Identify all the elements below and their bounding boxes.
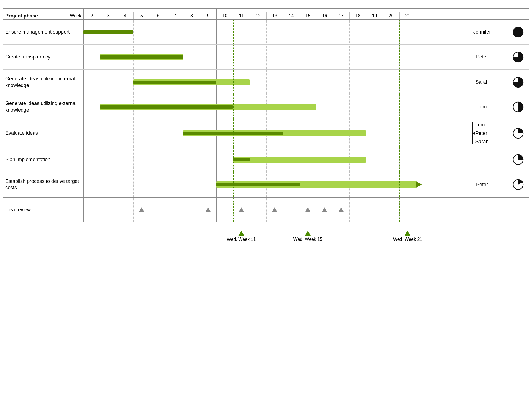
week-cell-17: 17 xyxy=(333,12,349,19)
grid-col-16 xyxy=(316,94,333,119)
grid-col-12 xyxy=(250,147,266,172)
grid-col-4 xyxy=(117,198,133,222)
week-cell-9: 9 xyxy=(200,12,216,19)
row-transparency: Create transparencyPeter xyxy=(3,45,529,70)
grid-col-8 xyxy=(183,20,200,44)
grid-col-5 xyxy=(133,119,150,147)
month-march xyxy=(216,9,283,12)
footer-triangle-21 xyxy=(404,231,411,236)
row-management-support-status xyxy=(507,20,529,44)
grid-col-10 xyxy=(216,119,233,147)
grid-col-20 xyxy=(383,198,399,222)
row-management-support-responsible: Jennifer xyxy=(457,20,507,44)
grid-col-19 xyxy=(366,20,383,44)
phase-label: Project phase xyxy=(5,13,38,19)
grid-col-12 xyxy=(250,119,266,147)
week-cells: 23456789101112131415161718192021 xyxy=(83,12,457,19)
week-cell-8: 8 xyxy=(183,12,200,19)
grid-col-18 xyxy=(349,70,366,94)
row-external-knowledge-grid xyxy=(83,94,457,119)
grid-col-8 xyxy=(183,70,200,94)
grid-col-17 xyxy=(333,45,349,69)
grid-col-5 xyxy=(133,172,150,197)
row-plan-implementation-grid xyxy=(83,147,457,172)
grid-col-11 xyxy=(233,172,250,197)
row-transparency-grid xyxy=(83,45,457,69)
grid-col-3 xyxy=(100,20,117,44)
grid-col-11 xyxy=(233,45,250,69)
row-plan-implementation-responsible xyxy=(457,147,507,172)
grid-col-10 xyxy=(216,20,233,44)
grid-col-11 xyxy=(233,147,250,172)
grid-col-10 xyxy=(216,70,233,94)
week-cell-2: 2 xyxy=(83,12,100,19)
status-header-spacer xyxy=(507,12,529,19)
row-external-knowledge: Generate ideas utilizing external knowle… xyxy=(3,94,529,119)
week-cell-14: 14 xyxy=(283,12,300,19)
week-cell-3: 3 xyxy=(100,12,117,19)
grid-col-7 xyxy=(167,94,183,119)
row-evaluate-ideas-label: Evaluate ideas xyxy=(3,119,83,147)
grid-col-2 xyxy=(83,172,100,197)
grid-col-13 xyxy=(266,147,283,172)
week-cell-15: 15 xyxy=(300,12,316,19)
grid-col-4 xyxy=(117,20,133,44)
row-plan-implementation-label: Plan implementation xyxy=(3,147,83,172)
grid-col-17 xyxy=(333,94,349,119)
row-evaluate-ideas-status xyxy=(507,119,529,147)
footer-triangle-15 xyxy=(305,231,311,236)
grid-col-19 xyxy=(366,70,383,94)
grid-col-4 xyxy=(117,172,133,197)
row-idea-review-label: Idea review xyxy=(3,198,83,222)
grid-col-20 xyxy=(383,20,399,44)
grid-col-8 xyxy=(183,119,200,147)
grid-col-10 xyxy=(216,94,233,119)
grid-col-21 xyxy=(399,45,416,69)
grid-col-21 xyxy=(399,147,416,172)
grid-col-5 xyxy=(133,147,150,172)
grid-col-9 xyxy=(200,70,216,94)
grid-col-15 xyxy=(300,94,316,119)
row-transparency-label: Create transparency xyxy=(3,45,83,69)
grid-col-20 xyxy=(383,147,399,172)
row-idea-review-grid xyxy=(83,198,457,222)
grid-col-9 xyxy=(200,20,216,44)
grid-col-18 xyxy=(349,20,366,44)
grid-col-2 xyxy=(83,147,100,172)
grid-col-11 xyxy=(233,70,250,94)
grid-col-6 xyxy=(150,20,167,44)
grid-col-3 xyxy=(100,198,117,222)
grid-col-16 xyxy=(316,45,333,69)
week-cell-10: 10 xyxy=(216,12,233,19)
grid-col-6 xyxy=(150,172,167,197)
grid-col-7 xyxy=(167,45,183,69)
responsible-tom: Tom xyxy=(475,121,485,129)
grid-col-21 xyxy=(399,94,416,119)
footer-milestone-week-11: Wed, Week 11 xyxy=(227,231,256,242)
grid-col-14 xyxy=(283,119,300,147)
grid-col-21 xyxy=(399,70,416,94)
week-cell-11: 11 xyxy=(233,12,250,19)
footer-milestone-label-21: Wed, Week 21 xyxy=(393,237,422,242)
week-cell-12: 12 xyxy=(250,12,266,19)
grid-col-17 xyxy=(333,172,349,197)
week-cell-7: 7 xyxy=(167,12,183,19)
grid-col-14 xyxy=(283,172,300,197)
grid-col-8 xyxy=(183,147,200,172)
status-header xyxy=(507,9,529,12)
row-internal-knowledge-status xyxy=(507,70,529,94)
row-target-costs-label: Establish process to derive target costs xyxy=(3,172,83,197)
grid-col-10 xyxy=(216,147,233,172)
grid-col-7 xyxy=(167,147,183,172)
grid-col-7 xyxy=(167,172,183,197)
row-plan-implementation-status xyxy=(507,147,529,172)
grid-col-17 xyxy=(333,147,349,172)
row-internal-knowledge-grid xyxy=(83,70,457,94)
grid-col-21 xyxy=(399,198,416,222)
grid-col-7 xyxy=(167,119,183,147)
grid-col-9 xyxy=(200,94,216,119)
grid-col-15 xyxy=(300,198,316,222)
week-cell-4: 4 xyxy=(117,12,133,19)
grid-col-18 xyxy=(349,94,366,119)
row-internal-knowledge-responsible: Sarah xyxy=(457,70,507,94)
